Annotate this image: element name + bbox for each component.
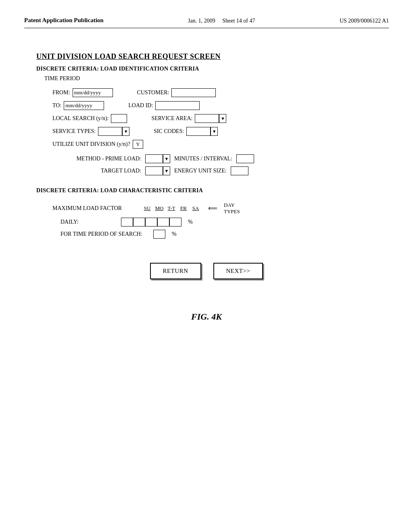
daily-percent: % <box>188 219 193 225</box>
time-period-label: TIME PERIOD <box>44 75 377 82</box>
method-label: METHOD - PRIME LOAD: <box>69 156 141 162</box>
local-servicearea-row: LOCAL SEARCH (y/n): SERVICE AREA: ▼ <box>52 114 377 123</box>
customer-label: CUSTOMER: <box>137 89 169 96</box>
to-loadid-row: TO: LOAD ID: <box>52 101 377 110</box>
mlf-header-row: MAXIMUM LOAD FACTOR SU MO T-T FR SA ⟸ DA… <box>52 202 377 214</box>
target-load-row: TARGET LOAD: ▼ ENERGY UNIT SIZE: <box>69 166 377 175</box>
customer-input[interactable] <box>171 88 216 97</box>
section2-heading: DISCRETE CRITERIA: LOAD CHARACTERISTIC C… <box>36 187 377 194</box>
service-area-input[interactable] <box>195 114 219 123</box>
figure-label: FIG. 4K <box>36 312 377 322</box>
customer-field: CUSTOMER: <box>137 88 216 97</box>
service-types-field: SERVICE TYPES: ▼ <box>52 127 129 136</box>
method-input-group: ▼ <box>145 154 170 163</box>
header-left: Patent Application Publication <box>24 16 104 25</box>
energy-input[interactable] <box>231 166 248 175</box>
target-label: TARGET LOAD: <box>69 168 141 174</box>
target-input-group: ▼ <box>145 166 170 175</box>
section1-heading: DISCRETE CRITERIA: LOAD IDENTIFICATION C… <box>36 66 377 72</box>
daily-label: DAILY: <box>60 219 117 225</box>
to-input[interactable] <box>64 101 104 110</box>
target-input[interactable] <box>145 166 163 175</box>
minutes-input[interactable] <box>236 154 254 163</box>
method-prime-row: METHOD - PRIME LOAD: ▼ MINUTES / INTERVA… <box>69 154 377 163</box>
header-right: US 2009/0006122 A1 <box>340 16 389 24</box>
service-area-label: SERVICE AREA: <box>151 115 192 122</box>
day-sa: SA <box>190 205 202 212</box>
from-label: FROM: <box>52 89 70 96</box>
daily-box-su[interactable] <box>121 218 133 227</box>
utilize-input[interactable] <box>133 140 143 149</box>
daily-row: DAILY: % <box>60 218 377 227</box>
day-fr: FR <box>177 205 190 212</box>
energy-label: ENERGY UNIT SIZE: <box>174 168 227 174</box>
day-types-text: DAYTYPES <box>224 202 240 214</box>
service-area-input-group: ▼ <box>195 114 226 123</box>
publication-label: Patent Application Publication <box>24 17 104 23</box>
service-types-input[interactable] <box>98 127 122 136</box>
day-tt: T-T <box>165 205 177 212</box>
period-label: FOR TIME PERIOD OF SEARCH: <box>60 231 149 237</box>
sic-codes-input-group: ▼ <box>186 127 218 136</box>
to-field: TO: <box>52 101 104 110</box>
sic-codes-field: SIC CODES: ▼ <box>154 127 218 136</box>
load-id-field: LOAD ID: <box>128 101 200 110</box>
daily-boxes <box>121 218 181 227</box>
local-search-input[interactable] <box>111 114 127 123</box>
target-dropdown[interactable]: ▼ <box>163 166 170 175</box>
header-center: Jan. 1, 2009 Sheet 14 of 47 <box>188 16 255 24</box>
next-button[interactable]: NEXT>> <box>213 263 263 279</box>
sic-codes-label: SIC CODES: <box>154 128 184 135</box>
period-row: FOR TIME PERIOD OF SEARCH: % <box>60 230 377 239</box>
from-input[interactable] <box>73 88 113 97</box>
period-percent: % <box>172 231 177 237</box>
service-area-field: SERVICE AREA: ▼ <box>151 114 226 123</box>
method-dropdown[interactable]: ▼ <box>163 154 170 163</box>
service-types-input-group: ▼ <box>98 127 129 136</box>
page: Patent Application Publication Jan. 1, 2… <box>0 0 413 532</box>
section2: DISCRETE CRITERIA: LOAD CHARACTERISTIC C… <box>36 187 377 239</box>
servicetypes-siccodes-row: SERVICE TYPES: ▼ SIC CODES: ▼ <box>52 127 377 136</box>
header: Patent Application Publication Jan. 1, 2… <box>24 16 389 28</box>
to-label: TO: <box>52 102 61 109</box>
arrow-icon: ⟸ <box>208 204 217 212</box>
mlf-section: MAXIMUM LOAD FACTOR SU MO T-T FR SA ⟸ DA… <box>36 202 377 239</box>
buttons-row: RETURN NEXT>> <box>36 263 377 279</box>
return-button[interactable]: RETURN <box>150 263 201 279</box>
minutes-label: MINUTES / INTERVAL: <box>174 156 232 162</box>
daily-box-fr[interactable] <box>157 218 169 227</box>
sheet-label: Sheet 14 of 47 <box>222 18 255 24</box>
period-input[interactable] <box>153 230 165 239</box>
local-search-label: LOCAL SEARCH (y/n): <box>52 115 108 122</box>
daily-box-tt[interactable] <box>145 218 157 227</box>
load-id-input[interactable] <box>155 101 200 110</box>
section1: DISCRETE CRITERIA: LOAD IDENTIFICATION C… <box>36 66 377 175</box>
sic-codes-input[interactable] <box>186 127 211 136</box>
page-title: UNIT DIVISION LOAD SEARCH REQUEST SCREEN <box>36 52 377 61</box>
date-label: Jan. 1, 2009 <box>188 18 215 24</box>
service-types-label: SERVICE TYPES: <box>52 128 96 135</box>
mlf-label: MAXIMUM LOAD FACTOR <box>52 205 133 212</box>
from-customer-row: FROM: CUSTOMER: <box>52 88 377 97</box>
service-types-dropdown[interactable]: ▼ <box>122 127 129 136</box>
local-search-field: LOCAL SEARCH (y/n): <box>52 114 127 123</box>
daily-box-sa[interactable] <box>169 218 181 227</box>
method-input[interactable] <box>145 154 163 163</box>
utilize-row: UTILIZE UNIT DIVISION (y/n)? <box>52 140 377 149</box>
service-area-dropdown[interactable]: ▼ <box>219 114 226 123</box>
day-su: SU <box>141 205 153 212</box>
day-types-header: SU MO T-T FR SA ⟸ DAYTYPES <box>141 202 240 214</box>
load-id-label: LOAD ID: <box>128 102 153 109</box>
daily-box-mo[interactable] <box>133 218 145 227</box>
method-section: METHOD - PRIME LOAD: ▼ MINUTES / INTERVA… <box>69 154 377 175</box>
utilize-label: UTILIZE UNIT DIVISION (y/n)? <box>52 141 130 148</box>
sic-codes-dropdown[interactable]: ▼ <box>211 127 218 136</box>
patent-number: US 2009/0006122 A1 <box>340 18 389 24</box>
day-types-labels: SU MO T-T FR SA <box>141 205 202 212</box>
main-content: UNIT DIVISION LOAD SEARCH REQUEST SCREEN… <box>24 52 389 322</box>
from-field: FROM: <box>52 88 113 97</box>
day-mo: MO <box>153 205 165 212</box>
